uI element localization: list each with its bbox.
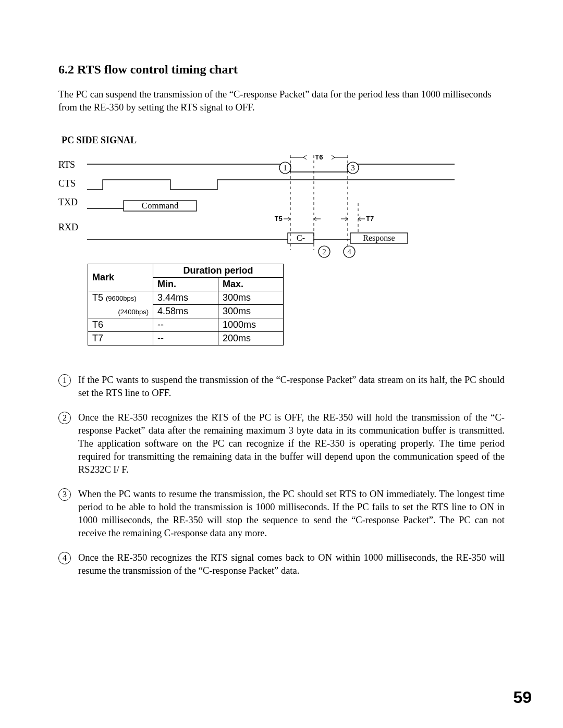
t6-label: T6 — [315, 154, 323, 162]
note-number-circle: 4 — [58, 552, 71, 564]
th-min: Min. — [153, 277, 218, 291]
note-item: 2 Once the RE-350 recognizes the RTS of … — [58, 411, 505, 476]
marker-2: 2 — [319, 246, 330, 257]
table-row: (2400bps) 4.58ms 300ms — [88, 304, 284, 318]
response-label: Response — [363, 233, 395, 243]
note-item: 1 If the PC wants to suspend the transmi… — [58, 374, 505, 400]
note-number-circle: 1 — [58, 374, 71, 387]
th-mark: Mark — [88, 264, 153, 291]
note-text: Once the RE-350 recognizes the RTS signa… — [78, 551, 505, 577]
section-heading: 6.2 RTS flow control timing chart — [58, 63, 505, 77]
svg-text:2: 2 — [322, 248, 326, 256]
note-item: 3 When the PC wants to resume the transm… — [58, 488, 505, 540]
marker-1: 1 — [279, 162, 291, 174]
timing-diagram: RTS CTS TXD RXD Command C- Response — [58, 151, 505, 261]
signal-cts: CTS — [58, 178, 76, 189]
th-max: Max. — [218, 277, 284, 291]
table-row: T6 -- 1000ms — [88, 318, 284, 331]
intro-paragraph: The PC can suspend the transmission of t… — [58, 88, 505, 114]
rts-trace — [87, 164, 455, 172]
note-item: 4 Once the RE-350 recognizes the RTS sig… — [58, 551, 505, 577]
svg-text:3: 3 — [351, 164, 355, 172]
signal-rts: RTS — [58, 159, 75, 170]
svg-text:1: 1 — [283, 164, 287, 172]
command-label: Command — [142, 201, 179, 211]
pc-side-signal-label: PC SIDE SIGNAL — [62, 135, 505, 146]
note-text: If the PC wants to suspend the transmiss… — [78, 374, 505, 400]
notes: 1 If the PC wants to suspend the transmi… — [58, 374, 505, 577]
signal-txd: TXD — [58, 197, 78, 207]
note-number-circle: 3 — [58, 488, 71, 501]
table-row: T7 -- 200ms — [88, 331, 284, 345]
signal-rxd: RXD — [58, 222, 78, 232]
timing-table: Mark Duration period Min. Max. T5 (9600b… — [88, 264, 284, 346]
timing-table-wrap: Mark Duration period Min. Max. T5 (9600b… — [88, 264, 505, 346]
note-text: Once the RE-350 recognizes the RTS of th… — [78, 411, 505, 476]
t7-label: T7 — [366, 215, 374, 223]
page-number: 59 — [513, 688, 532, 707]
table-row: T5 (9600bps) 3.44ms 300ms — [88, 291, 284, 304]
cts-trace — [87, 180, 455, 190]
t5-label: T5 — [274, 215, 283, 223]
svg-text:4: 4 — [347, 248, 351, 256]
note-number-circle: 2 — [58, 412, 71, 424]
note-text: When the PC wants to resume the transmis… — [78, 488, 505, 540]
c-label: C- — [297, 233, 305, 242]
timing-diagram-svg: RTS CTS TXD RXD Command C- Response — [58, 151, 455, 261]
marker-4: 4 — [344, 246, 355, 257]
marker-3: 3 — [347, 162, 359, 174]
th-duration: Duration period — [153, 264, 284, 277]
